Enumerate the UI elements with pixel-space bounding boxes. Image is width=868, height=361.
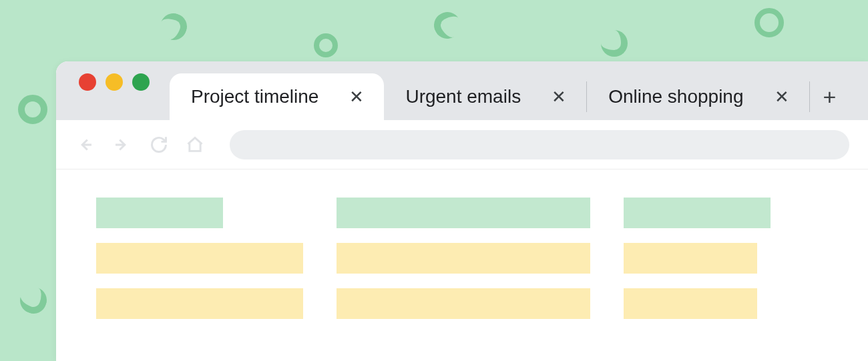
bg-decoration: [601, 30, 628, 57]
content-column: [96, 198, 303, 319]
page-content: [56, 169, 868, 347]
bg-decoration: [754, 8, 784, 37]
tabs-container: Project timeline ✕ Urgent emails ✕ Onlin…: [170, 73, 868, 120]
browser-window: Project timeline ✕ Urgent emails ✕ Onlin…: [56, 61, 868, 361]
close-window-button[interactable]: [79, 73, 96, 91]
content-block: [337, 198, 590, 228]
tab-strip: Project timeline ✕ Urgent emails ✕ Onlin…: [56, 61, 868, 120]
content-block: [624, 288, 757, 319]
bg-decoration: [18, 95, 47, 124]
content-block: [624, 198, 771, 228]
address-bar[interactable]: [230, 130, 849, 159]
content-column: [624, 198, 828, 319]
back-button[interactable]: [75, 135, 95, 155]
tab-label: Online shopping: [608, 86, 743, 107]
content-block: [337, 243, 590, 274]
close-tab-icon[interactable]: ✕: [548, 83, 570, 111]
content-block: [96, 288, 303, 319]
content-block: [337, 288, 590, 319]
bg-decoration: [314, 33, 338, 57]
bg-decoration: [429, 7, 466, 44]
tab-project-timeline[interactable]: Project timeline ✕: [170, 73, 384, 120]
window-controls: [56, 73, 170, 112]
bg-decoration: [156, 9, 190, 43]
content-block: [96, 198, 223, 228]
new-tab-button[interactable]: +: [810, 73, 850, 120]
content-block: [624, 243, 757, 274]
minimize-window-button[interactable]: [105, 73, 123, 91]
content-block: [96, 243, 303, 274]
forward-button[interactable]: [112, 135, 132, 155]
close-tab-icon[interactable]: ✕: [345, 83, 368, 111]
tab-label: Urgent emails: [405, 86, 521, 107]
bg-decoration: [16, 283, 50, 317]
home-button[interactable]: [186, 135, 204, 154]
reload-button[interactable]: [150, 135, 168, 154]
maximize-window-button[interactable]: [132, 73, 150, 91]
close-tab-icon[interactable]: ✕: [771, 83, 793, 111]
content-column: [337, 198, 590, 319]
toolbar: [56, 120, 868, 169]
tab-label: Project timeline: [191, 86, 318, 107]
tab-online-shopping[interactable]: Online shopping ✕: [587, 73, 809, 120]
tab-urgent-emails[interactable]: Urgent emails ✕: [384, 73, 586, 120]
